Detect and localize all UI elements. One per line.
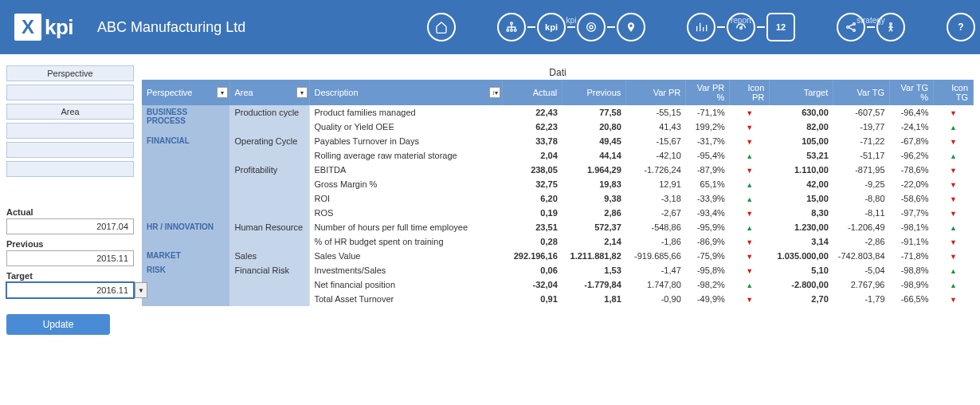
col-icon-pr[interactable]: Icon PR [730,80,770,105]
cell-var-pr: -3,18 [626,191,686,206]
cell-var-tg: -607,57 [833,105,890,120]
cell-var-pr: 1.747,80 [626,277,686,292]
cell-description: Investments/Sales [309,263,503,277]
filter-slot-3[interactable] [6,142,134,158]
filter-sort-icon[interactable]: ↕▾ [489,87,500,98]
cell-var-pr: -42,10 [626,148,686,163]
col-target[interactable]: Target [770,80,833,105]
target-value[interactable]: 2016.11 ▼ [6,282,134,298]
chart-button[interactable] [687,13,715,41]
cell-description: EBITDA [309,163,503,177]
cell-perspective: RISK [142,263,229,306]
location-button[interactable] [617,13,645,41]
cell-actual: 0,91 [503,292,563,306]
col-var-tg[interactable]: Var TG [833,80,890,105]
up-icon: ▲ [950,267,957,275]
up-icon: ▲ [746,181,753,189]
previous-value[interactable]: 2015.11 [6,250,134,266]
cell-var-tg-pct: -97,7% [890,206,934,220]
col-description[interactable]: Description↕▾ [309,80,503,105]
svg-point-3 [514,29,516,32]
cell-var-tg: -1.206,49 [833,220,890,234]
col-var-pr-pct[interactable]: Var PR % [686,80,730,105]
cell-var-tg-pct: -78,6% [890,163,934,177]
target-value-text: 2016.11 [96,285,128,295]
perspective-filter[interactable] [6,85,134,100]
cell-var-pr-pct: 65,1% [686,177,730,191]
help-button[interactable]: ? [947,13,975,41]
col-previous[interactable]: Previous [563,80,626,105]
down-icon: ▼ [950,210,957,218]
cell-var-tg-pct: -96,4% [890,105,934,120]
target-button[interactable] [577,13,606,41]
col-var-tg-pct[interactable]: Var TG % [890,80,934,105]
cell-target: 1.110,00 [770,163,833,177]
filter-icon[interactable]: ▾ [296,87,308,98]
cell-var-pr-pct: 199,2% [686,120,730,134]
table-title: Dati [142,65,974,80]
svg-point-10 [890,23,892,26]
filter-icon[interactable]: ▾ [217,87,228,98]
svg-point-2 [511,29,513,32]
cell-var-tg: -51,17 [833,148,890,163]
cell-actual: 292.196,16 [503,249,563,263]
cell-previous: 1,81 [563,292,626,306]
cell-var-tg: -5,04 [833,263,890,277]
cell-perspective: MARKET [142,249,229,263]
cell-previous: 44,14 [563,148,626,163]
cell-var-tg: -71,22 [833,134,890,148]
up-icon: ▲ [746,224,753,232]
cell-target: 8,30 [770,206,833,220]
cell-var-tg-pct: -58,6% [890,191,934,206]
cell-icon-pr: ▲ [730,277,770,292]
svg-text:?: ? [958,22,963,33]
cell-target: -2.800,00 [770,277,833,292]
cell-var-pr-pct: -86,9% [686,234,730,249]
calendar-button[interactable]: 12 [766,13,795,41]
cell-icon-tg: ▲ [934,120,974,134]
col-perspective[interactable]: Perspective▾ [142,80,229,105]
cell-var-tg: -871,95 [833,163,890,177]
up-icon: ▲ [746,281,753,289]
table-row: RISKFinancial RiskInvestments/Sales0,061… [142,263,974,277]
update-button[interactable]: Update [6,314,110,335]
cell-target: 5,10 [770,263,833,277]
col-icon-tg[interactable]: Icon TG [934,80,974,105]
down-icon: ▼ [746,109,753,117]
cell-var-pr-pct: -95,4% [686,148,730,163]
target-dropdown-icon[interactable]: ▼ [135,282,147,298]
up-icon: ▲ [746,195,753,203]
col-actual[interactable]: Actual [503,80,563,105]
col-var-pr[interactable]: Var PR [626,80,686,105]
cell-previous: 19,83 [563,177,626,191]
cell-icon-pr: ▼ [730,206,770,220]
hierarchy-icon [505,21,518,33]
nav-label-strategy: strategy [857,16,885,25]
down-icon: ▼ [950,167,957,175]
cell-var-tg: -8,80 [833,191,890,206]
cell-var-pr: 41,43 [626,120,686,134]
cell-previous: 20,80 [563,120,626,134]
home-button[interactable] [427,13,456,41]
cell-var-pr: -0,90 [626,292,686,306]
cell-icon-pr: ▲ [730,220,770,234]
hierarchy-button[interactable] [497,13,526,41]
cell-description: Sales Value [309,249,503,263]
up-icon: ▲ [950,281,957,289]
cell-description: ROS [309,206,503,220]
actual-value[interactable]: 2017.04 [6,218,134,234]
cell-var-tg-pct: -24,1% [890,120,934,134]
kpi-button[interactable]: kpi [537,13,566,41]
cell-icon-pr: ▼ [730,292,770,306]
pin-icon [625,21,637,33]
cell-description: Product families managed [309,105,503,120]
filter-slot-4[interactable] [6,161,134,177]
cell-target: 82,00 [770,120,833,134]
cell-var-tg-pct: -98,9% [890,277,934,292]
col-area[interactable]: Area▾ [229,80,309,105]
cell-var-pr-pct: -71,1% [686,105,730,120]
down-icon: ▼ [746,124,753,132]
cell-perspective: HR / INNOVATION [142,220,229,249]
cell-description: Payables Turnover in Days [309,134,503,148]
area-filter[interactable] [6,123,134,139]
